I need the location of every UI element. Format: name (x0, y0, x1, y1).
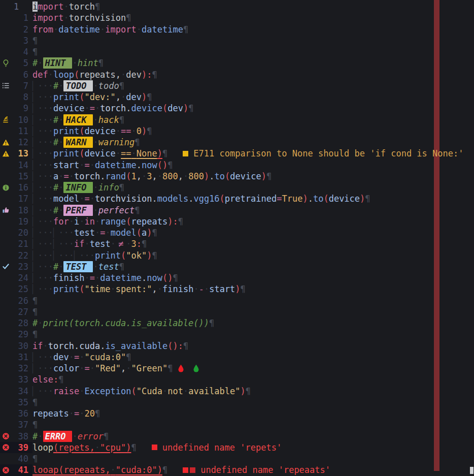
line-number[interactable]: 13 (11, 148, 32, 158)
token: test (98, 262, 119, 272)
code-line[interactable]: 30if·torch.cuda.is_available():¶ (0, 340, 474, 352)
line-number[interactable]: 7 (11, 81, 32, 91)
code-line[interactable]: 11▏···print(device·==·0)¶ (0, 125, 474, 137)
line-number[interactable]: 5 (11, 58, 32, 68)
line-number[interactable]: 41 (11, 465, 32, 475)
token: . (100, 341, 105, 351)
line-number[interactable]: 2 (11, 24, 32, 35)
line-number[interactable]: 25 (11, 284, 32, 294)
line-number[interactable]: 19 (11, 216, 32, 227)
code-line[interactable]: 34▏···raise·Exception("Cuda·not·availabl… (0, 386, 474, 397)
line-number[interactable]: 34 (11, 386, 32, 396)
code-line[interactable]: 28#·print(torch.cuda.is_available())¶ (0, 318, 474, 329)
code-line[interactable]: 19▏···for·i·in·range(repeats):¶ (0, 216, 474, 227)
code-line[interactable]: 9▏···device·=·torch.device(dev)¶ (0, 103, 474, 114)
code-line[interactable]: 27¶ (0, 306, 474, 318)
line-number[interactable]: 4 (11, 47, 32, 57)
code-line[interactable]: 38#·ERRO·error¶ (0, 431, 474, 442)
code-line[interactable]: 2from·datetime·import·datetime¶ (0, 24, 474, 35)
line-number[interactable]: 18 (11, 205, 32, 215)
line-number[interactable]: 27 (11, 307, 32, 317)
code-line[interactable]: 41looap(repeaats,·"cuda:0")¶undefined na… (0, 464, 474, 475)
code-line[interactable]: 3¶ (0, 35, 474, 46)
line-number[interactable]: 22 (11, 250, 32, 261)
token: = (84, 363, 89, 373)
line-number[interactable]: 38 (11, 431, 32, 441)
code-line[interactable]: 12▏···#·WARN·warning¶ (0, 137, 474, 148)
buffer[interactable]: 1import·torch¶1import·torchvision¶2from·… (0, 0, 474, 476)
line-number[interactable]: 28 (11, 318, 32, 328)
line-number[interactable]: 40 (11, 454, 32, 464)
code-line[interactable]: 26¶ (0, 295, 474, 306)
code-line[interactable]: 39loop(repets,·"cpu")¶undefined name 're… (0, 442, 474, 453)
line-number[interactable]: 31 (11, 352, 32, 362)
line-number[interactable]: 10 (11, 115, 32, 125)
code-line[interactable]: 32▏···color·=·"Red",·"Green"¶ (0, 363, 474, 374)
line-number[interactable]: 9 (11, 103, 32, 113)
code-line[interactable]: 37¶ (0, 419, 474, 430)
line-number[interactable]: 32 (11, 363, 32, 373)
line-number[interactable]: 3 (11, 36, 32, 46)
token: ) (241, 386, 246, 396)
info-icon (0, 184, 11, 192)
gutter: 10 (0, 114, 32, 125)
code-line[interactable]: 1import·torch¶ (0, 1, 474, 12)
token: hint (78, 58, 98, 68)
line-number[interactable]: 29 (11, 329, 32, 339)
line-number[interactable]: 37 (11, 420, 32, 430)
line-number[interactable]: 21 (11, 239, 32, 249)
code-line[interactable]: 14▏···start·=·datetime.now()¶ (0, 160, 474, 171)
line-number[interactable]: 15 (11, 171, 32, 181)
code-line[interactable]: 1import·torchvision¶ (0, 12, 474, 23)
line-number[interactable]: 39 (11, 442, 32, 453)
code-line[interactable]: 15▏···a·=·torch.rand(1,·3,·800,·800).to(… (0, 171, 474, 182)
line-number[interactable]: 16 (11, 182, 32, 193)
code-line[interactable]: 18▏···#·PERF·perfect¶ (0, 205, 474, 216)
code-line[interactable]: 22▏···▏···▏···print("ok")¶ (0, 250, 474, 261)
code-line[interactable]: 36repeats·=·20¶ (0, 408, 474, 419)
line-number[interactable]: 8 (11, 92, 32, 102)
token: ) (142, 92, 147, 102)
code-line[interactable]: 23▏···#·TEST·test¶ (0, 261, 474, 272)
line-number[interactable]: 30 (11, 341, 32, 351)
code-line[interactable]: 17▏···model·=·torchvision.models.vgg16(p… (0, 193, 474, 204)
code-line[interactable]: 25▏···print("time·spent:",·finish·-·star… (0, 283, 474, 295)
code-line[interactable]: 21▏···▏···if·test·≠·3:¶ (0, 238, 474, 249)
line-number[interactable]: 12 (11, 137, 32, 147)
code-line[interactable]: 16▏···#·INFO·info¶ (0, 182, 474, 193)
line-number[interactable]: 6 (11, 70, 32, 80)
line-number[interactable]: 11 (11, 126, 32, 136)
line-number[interactable]: 26 (11, 296, 32, 306)
token: import (32, 13, 63, 23)
code-line[interactable]: 8▏···print("dev:",·dev)¶ (0, 91, 474, 103)
code-line[interactable]: 20▏···▏···test·=·model(a)¶ (0, 227, 474, 238)
line-number[interactable]: 33 (11, 374, 32, 385)
code-line[interactable]: 5#·HINT·hint¶ (0, 57, 474, 69)
line-number[interactable]: 14 (11, 160, 32, 170)
code-line[interactable]: 33else:¶ (0, 374, 474, 385)
code-line[interactable]: 31▏···dev·=·"cuda:0"¶ (0, 352, 474, 363)
line-number[interactable]: 24 (11, 273, 32, 283)
code-line[interactable]: 10▏···#·HACK·hack¶ (0, 114, 474, 125)
code-line[interactable]: 6def·loop(repeats,·dev):¶ (0, 69, 474, 80)
code-text: import·torch¶ (32, 2, 474, 12)
line-number[interactable]: 20 (11, 228, 32, 238)
code-line[interactable]: 7▏···#·TODO·todo¶ (0, 80, 474, 91)
line-number[interactable]: 1 (11, 13, 32, 23)
token: ) (157, 148, 162, 158)
code-line[interactable]: 24▏···finish·=·datetime.now()¶ (0, 272, 474, 283)
token: device (84, 126, 115, 136)
code-line[interactable]: 4¶ (0, 46, 474, 57)
thumbs-up-icon (0, 206, 11, 214)
line-number[interactable]: 23 (11, 262, 32, 272)
line-number[interactable]: 35 (11, 397, 32, 407)
code-line[interactable]: 40¶ (0, 453, 474, 464)
line-number[interactable]: 1 (11, 2, 31, 12)
code-line[interactable]: 29¶ (0, 329, 474, 340)
code-line[interactable]: 35¶ (0, 397, 474, 408)
token: - (199, 284, 204, 294)
code-line[interactable]: 13▏···print(device·==·None)¶E711 compari… (0, 148, 474, 159)
token: finish (162, 284, 193, 294)
line-number[interactable]: 17 (11, 194, 32, 204)
line-number[interactable]: 36 (11, 408, 32, 419)
